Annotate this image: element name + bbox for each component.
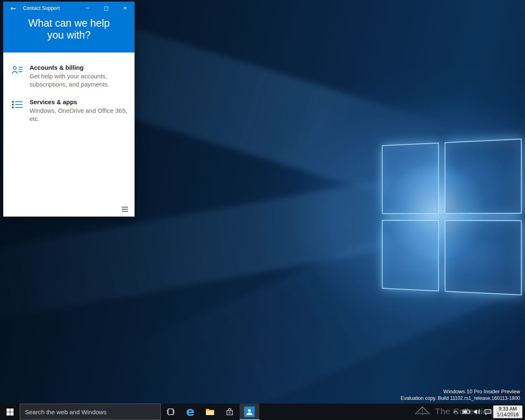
watermark-edition: Windows 10 Pro Insider Preview <box>401 388 520 395</box>
edge-icon: e <box>186 406 194 418</box>
clock-time: 9:33 AM <box>495 406 521 412</box>
taskbar: e <box>0 404 525 420</box>
minimize-button[interactable]: ─ <box>78 2 97 15</box>
list-item-title: Accounts & billing <box>30 64 128 71</box>
store-icon <box>226 408 234 416</box>
logo-pane-top-right <box>445 139 522 214</box>
list-item-services-apps[interactable]: Services & apps Windows, OneDrive and Of… <box>3 98 135 123</box>
store-button[interactable] <box>220 404 240 420</box>
edge-browser-button[interactable]: e <box>180 404 200 420</box>
volume-button[interactable] <box>472 409 482 415</box>
window-title: Contact Support <box>23 5 78 11</box>
action-center-button[interactable] <box>482 409 493 415</box>
accounts-billing-icon <box>11 64 30 89</box>
battery-icon <box>462 409 470 414</box>
services-apps-icon <box>11 98 30 123</box>
action-center-icon <box>484 409 491 415</box>
search-input[interactable] <box>20 404 161 420</box>
list-item-description: Get help with your accounts, subscriptio… <box>30 72 128 89</box>
back-button[interactable]: ← <box>3 2 23 15</box>
tray-overflow-button[interactable] <box>450 410 461 414</box>
file-explorer-button[interactable] <box>200 404 220 420</box>
volume-icon <box>473 409 481 415</box>
logo-pane-bottom-right <box>445 220 522 295</box>
clock-date: 1/14/2016 <box>495 412 521 418</box>
task-view-button[interactable] <box>161 404 180 420</box>
list-item-text: Services & apps Windows, OneDrive and Of… <box>30 98 128 123</box>
chevron-up-icon <box>453 410 459 414</box>
battery-button[interactable] <box>461 409 472 414</box>
contact-support-taskbar-button[interactable] <box>240 404 259 420</box>
close-button[interactable]: ✕ <box>116 2 135 15</box>
windows-logo-icon <box>7 409 14 415</box>
task-view-icon <box>166 408 175 415</box>
contact-support-window: ← Contact Support ─ □ ✕ What can we help… <box>3 2 135 217</box>
start-button[interactable] <box>0 404 20 420</box>
logo-pane-top-left <box>382 143 439 214</box>
more-menu-icon[interactable] <box>120 205 130 213</box>
window-titlebar[interactable]: ← Contact Support ─ □ ✕ <box>3 2 135 15</box>
list-item-text: Accounts & billing Get help with your ac… <box>30 64 128 89</box>
list-item-accounts-billing[interactable]: Accounts & billing Get help with your ac… <box>3 64 135 89</box>
logo-pane-bottom-left <box>382 220 439 291</box>
list-item-description: Windows, OneDrive and Office 365, etc. <box>30 107 128 123</box>
system-tray: 9:33 AM 1/14/2016 <box>450 404 525 420</box>
window-body: Accounts & billing Get help with your ac… <box>3 52 135 217</box>
page-title: What can we help you with? <box>3 15 135 52</box>
insider-build-watermark: Windows 10 Pro Insider Preview Evaluatio… <box>401 388 520 401</box>
contact-support-icon <box>244 406 255 417</box>
list-item-title: Services & apps <box>30 98 128 105</box>
windows-hero-logo <box>382 139 522 295</box>
watermark-build: Evaluation copy. Build 11102.rs1_release… <box>401 395 520 401</box>
maximize-button[interactable]: □ <box>97 2 116 15</box>
clock[interactable]: 9:33 AM 1/14/2016 <box>493 405 523 418</box>
file-explorer-icon <box>205 408 215 415</box>
